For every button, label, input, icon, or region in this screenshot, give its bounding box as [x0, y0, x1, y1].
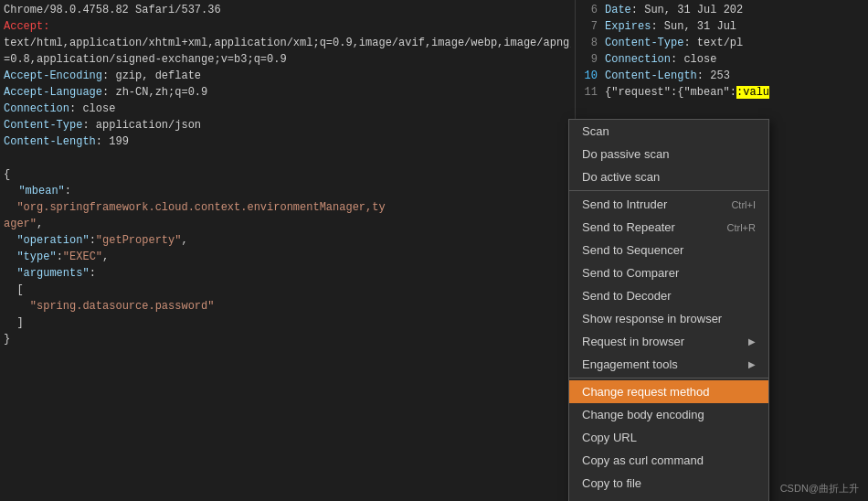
code-text: Accept-Encoding: gzip, deflate	[4, 68, 571, 84]
menu-item-label: Engagement tools	[582, 357, 678, 371]
code-text: Date: Sun, 31 Jul 202	[605, 2, 864, 18]
code-line: Accept:	[0, 18, 575, 35]
code-text: Accept:	[4, 18, 571, 35]
menu-item-send-repeater[interactable]: Send to Repeater Ctrl+R	[569, 216, 768, 239]
menu-item-label: Send to Comparer	[582, 266, 679, 280]
code-text: =0.8,application/signed-exchange;v=b3;q=…	[4, 51, 571, 68]
line-number: 6	[579, 2, 598, 18]
code-line: Content-Length: 199	[0, 133, 575, 150]
line-number: 9	[579, 51, 598, 68]
menu-item-active-scan[interactable]: Do active scan	[569, 165, 768, 188]
menu-divider	[569, 378, 768, 378]
menu-item-show-response-browser[interactable]: Show response in browser	[569, 307, 768, 330]
submenu-arrow-icon: ▶	[748, 336, 756, 346]
menu-item-label: Copy as curl command	[582, 453, 704, 467]
code-text: Content-Type: text/pl	[605, 35, 864, 51]
menu-item-copy-url[interactable]: Copy URL	[569, 426, 768, 449]
code-line: text/html,application/xhtml+xml,applicat…	[0, 35, 575, 51]
code-line: [	[0, 282, 575, 298]
code-line: 11 {"request":{"mbean"::valu	[576, 84, 868, 101]
menu-item-label: Do active scan	[582, 170, 660, 184]
menu-item-send-intruder[interactable]: Send to Intruder Ctrl+I	[569, 193, 768, 216]
code-line: Accept-Language: zh-CN,zh;q=0.9	[0, 84, 575, 101]
code-line: "org.springframework.cloud.context.envir…	[0, 199, 575, 216]
code-text: {	[4, 166, 571, 183]
menu-item-copy-curl[interactable]: Copy as curl command	[569, 449, 768, 472]
code-text: Expires: Sun, 31 Jul	[605, 18, 864, 35]
code-text: }	[4, 331, 571, 347]
code-text: Connection: close	[605, 51, 864, 68]
code-text: [	[4, 282, 571, 298]
menu-item-send-comparer[interactable]: Send to Comparer	[569, 261, 768, 284]
code-line: Accept-Encoding: gzip, deflate	[0, 68, 575, 84]
menu-item-request-browser[interactable]: Request in browser ▶	[569, 330, 768, 353]
menu-item-label: Copy to file	[582, 476, 641, 490]
code-text: "mbean":	[4, 183, 571, 199]
code-text: Accept-Language: zh-CN,zh;q=0.9	[4, 84, 571, 101]
menu-item-passive-scan[interactable]: Do passive scan	[569, 143, 768, 165]
shortcut-label: Ctrl+R	[727, 222, 756, 233]
menu-item-change-request-method[interactable]: Change request method	[569, 380, 768, 403]
menu-item-copy-file[interactable]: Copy to file	[569, 472, 768, 495]
menu-item-send-sequencer[interactable]: Send to Sequencer	[569, 239, 768, 261]
code-line: ]	[0, 314, 575, 331]
menu-item-label: Send to Intruder	[582, 197, 667, 211]
code-text: "arguments":	[4, 265, 571, 282]
menu-item-label: Show response in browser	[582, 312, 722, 325]
menu-item-send-decoder[interactable]: Send to Decoder	[569, 284, 768, 307]
menu-divider	[569, 190, 768, 191]
code-line: =0.8,application/signed-exchange;v=b3;q=…	[0, 51, 575, 68]
line-number: 8	[579, 35, 598, 51]
code-text: Chrome/98.0.4758.82 Safari/537.36	[4, 2, 571, 18]
menu-item-label: Change request method	[582, 385, 709, 399]
code-line: 9 Connection: close	[576, 51, 868, 68]
code-line	[0, 150, 575, 166]
code-line: }	[0, 331, 575, 347]
menu-item-paste-file[interactable]: Paste from file	[569, 495, 768, 501]
code-line: "spring.datasource.password"	[0, 298, 575, 314]
code-line: "operation":"getProperty",	[0, 232, 575, 249]
line-number: 7	[579, 18, 598, 35]
menu-item-label: Send to Repeater	[582, 220, 675, 234]
code-text: {"request":{"mbean"::valu	[605, 84, 864, 101]
code-line: 8 Content-Type: text/pl	[576, 35, 868, 51]
line-number: 11	[579, 84, 598, 101]
shortcut-label: Ctrl+I	[731, 199, 756, 210]
left-panel: Chrome/98.0.4758.82 Safari/537.36 Accept…	[0, 0, 576, 501]
code-line: "arguments":	[0, 265, 575, 282]
code-line: ager",	[0, 216, 575, 232]
menu-item-label: Do passive scan	[582, 147, 669, 161]
code-line: 10 Content-Length: 253	[576, 68, 868, 84]
code-text: Content-Type: application/json	[4, 117, 571, 133]
code-line: 6 Date: Sun, 31 Jul 202	[576, 2, 868, 18]
code-text: "type":"EXEC",	[4, 249, 571, 265]
menu-item-scan[interactable]: Scan	[569, 120, 768, 143]
code-line: "mbean":	[0, 183, 575, 199]
code-text: ager",	[4, 216, 571, 232]
menu-item-engagement-tools[interactable]: Engagement tools ▶	[569, 353, 768, 376]
code-text	[4, 150, 571, 166]
menu-item-label: Copy URL	[582, 431, 637, 444]
code-text: ]	[4, 314, 571, 331]
code-text: text/html,application/xhtml+xml,applicat…	[4, 35, 571, 51]
code-text: "org.springframework.cloud.context.envir…	[4, 199, 571, 216]
menu-item-label: Request in browser	[582, 335, 684, 348]
code-line: {	[0, 166, 575, 183]
code-line: 7 Expires: Sun, 31 Jul	[576, 18, 868, 35]
code-text: "spring.datasource.password"	[4, 298, 571, 314]
context-menu: Scan Do passive scan Do active scan Send…	[568, 119, 769, 501]
code-text: Content-Length: 253	[605, 68, 864, 84]
watermark: CSDN@曲折上升	[780, 482, 859, 496]
line-number: 10	[579, 68, 598, 84]
code-text: "operation":"getProperty",	[4, 232, 571, 249]
code-text: Content-Length: 199	[4, 133, 571, 150]
code-line: Content-Type: application/json	[0, 117, 575, 133]
code-line: Connection: close	[0, 101, 575, 117]
code-line: "type":"EXEC",	[0, 249, 575, 265]
menu-item-label: Send to Sequencer	[582, 243, 683, 257]
menu-item-change-body-encoding[interactable]: Change body encoding	[569, 403, 768, 426]
submenu-arrow-icon: ▶	[748, 359, 756, 369]
menu-item-label: Send to Decoder	[582, 289, 672, 303]
code-text: Connection: close	[4, 101, 571, 117]
menu-item-label: Change body encoding	[582, 408, 704, 421]
